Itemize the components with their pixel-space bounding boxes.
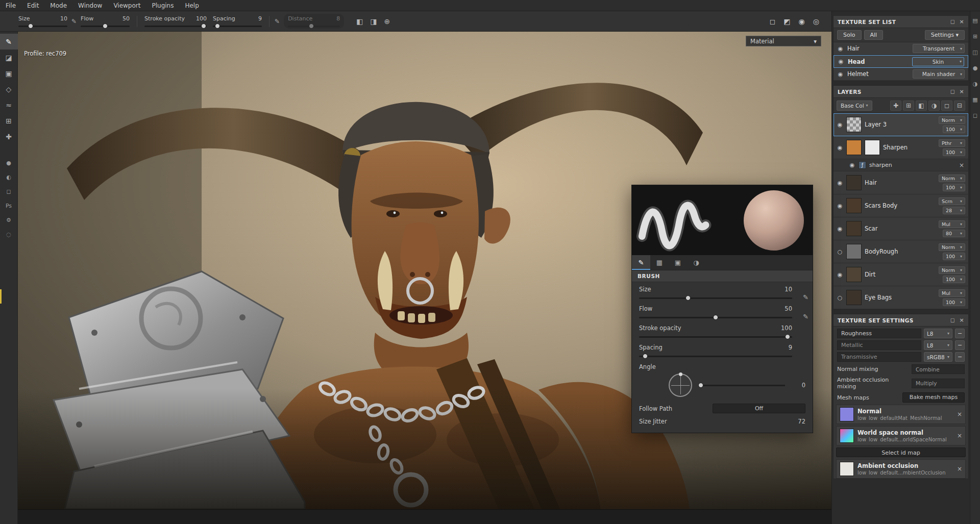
- layer-row[interactable]: ◉ Scars Body Scrn▾ 28▾: [834, 194, 968, 217]
- detach-panel-icon[interactable]: ◻: [950, 88, 955, 95]
- viewport-material-dropdown[interactable]: Material ▾: [746, 36, 821, 46]
- flow-slider[interactable]: [81, 26, 130, 27]
- add-stamp-icon[interactable]: ⊞: [903, 101, 914, 111]
- layer-row[interactable]: ○ Eye Bags Mul▾ 100▾: [834, 286, 968, 309]
- stylus-pressure-icon[interactable]: ✎: [275, 18, 280, 25]
- stylus-pressure-icon[interactable]: ✎: [803, 293, 808, 301]
- grid-panel-icon[interactable]: ▦: [972, 96, 977, 103]
- settings-plugin-icon[interactable]: ⚙: [0, 213, 18, 227]
- follow-path-toggle[interactable]: Off: [713, 404, 805, 413]
- visibility-toggle[interactable]: ◉: [838, 58, 844, 65]
- brush-size-slider[interactable]: [639, 297, 792, 299]
- layer-thumbnail[interactable]: [846, 290, 862, 305]
- brush-stroke-opacity-slider[interactable]: [639, 336, 792, 338]
- visibility-toggle[interactable]: ◉: [837, 121, 843, 128]
- brush-spacing-slider[interactable]: [639, 356, 792, 357]
- blend-mode-dropdown[interactable]: Norm▾: [939, 266, 965, 274]
- delete-layer-icon[interactable]: ⊟: [954, 101, 965, 111]
- opacity-dropdown[interactable]: 100▾: [943, 126, 965, 133]
- blend-mode-dropdown[interactable]: Norm▾: [939, 116, 965, 124]
- close-panel-icon[interactable]: ×: [959, 88, 964, 95]
- menu-mode[interactable]: Mode: [44, 0, 72, 11]
- angle-slider[interactable]: [699, 385, 785, 386]
- layer-effect-row[interactable]: ◉ ƒ sharpen ×: [834, 159, 968, 171]
- clear-map-icon[interactable]: ×: [957, 432, 962, 439]
- channel-format-dropdown[interactable]: L8▾: [924, 340, 952, 350]
- opacity-dropdown[interactable]: 100▾: [943, 298, 965, 306]
- add-folder-icon[interactable]: ◻: [941, 101, 952, 111]
- visibility-toggle[interactable]: ◉: [837, 226, 843, 232]
- shading-toggle-icon[interactable]: ◐: [0, 170, 18, 184]
- symmetry-y-icon[interactable]: ◨: [370, 17, 377, 26]
- stroke-opacity-control[interactable]: Stroke opacity100: [144, 15, 207, 27]
- brush-settings-tab-icon[interactable]: ✎: [632, 255, 650, 270]
- menu-edit[interactable]: Edit: [21, 0, 44, 11]
- shelf-panel-icon[interactable]: ▤: [972, 17, 977, 24]
- layer-thumbnail[interactable]: [846, 198, 862, 213]
- layer-row[interactable]: ◉ Hair Norm▾ 100▾: [834, 171, 968, 194]
- size-jitter-control[interactable]: Size Jitter72: [632, 414, 813, 426]
- layer-row[interactable]: ◉ Layer 3 Norm▾ 100▾: [834, 113, 968, 136]
- mesh-map-ambient-occlusion[interactable]: Ambient occlusion low_low_default...mbie…: [836, 459, 966, 479]
- blend-mode-dropdown[interactable]: Mul▾: [939, 289, 965, 297]
- menu-plugins[interactable]: Plugins: [146, 0, 179, 11]
- blend-mode-dropdown[interactable]: Pthr▾: [939, 139, 965, 147]
- properties-panel-icon[interactable]: ◻: [973, 112, 977, 119]
- capture-icon[interactable]: ◎: [813, 17, 819, 26]
- visibility-toggle[interactable]: ◉: [837, 271, 843, 278]
- add-smart-material-icon[interactable]: ◑: [928, 101, 940, 111]
- alpha-tab-icon[interactable]: ▦: [650, 255, 669, 270]
- detach-panel-icon[interactable]: ◻: [950, 317, 955, 323]
- brush-spacing-control[interactable]: Spacing9: [632, 340, 813, 360]
- paint-tool-icon[interactable]: ✎: [0, 34, 18, 49]
- opacity-dropdown[interactable]: 100▾: [943, 276, 965, 283]
- display-panel-icon[interactable]: ◻: [0, 184, 18, 198]
- spacing-control[interactable]: Spacing9: [213, 15, 262, 27]
- clear-map-icon[interactable]: ×: [957, 465, 962, 472]
- brush-angle-control[interactable]: Angle 0: [632, 360, 813, 400]
- size-control[interactable]: Size10: [18, 15, 67, 27]
- visibility-toggle[interactable]: ○: [837, 248, 843, 255]
- history-panel-icon[interactable]: ◑: [973, 81, 978, 87]
- close-panel-icon[interactable]: ×: [959, 18, 964, 25]
- layer-row[interactable]: ○ BodyRough Norm▾ 100▾: [834, 240, 968, 263]
- bake-mesh-maps-button[interactable]: Bake mesh maps: [902, 392, 965, 403]
- menu-file[interactable]: File: [0, 0, 21, 11]
- add-fill-layer-icon[interactable]: ◧: [916, 101, 927, 111]
- visibility-toggle[interactable]: ○: [837, 294, 843, 301]
- spacing-slider[interactable]: [213, 26, 262, 27]
- clear-map-icon[interactable]: ×: [957, 411, 962, 418]
- polygon-fill-tool-icon[interactable]: ◇: [0, 81, 18, 97]
- stylus-pressure-icon[interactable]: ✎: [803, 313, 808, 320]
- opacity-dropdown[interactable]: 100▾: [943, 148, 965, 156]
- assets-panel-icon[interactable]: ⊞: [973, 33, 977, 40]
- normal-mixing-field[interactable]: Combine: [912, 364, 965, 374]
- visibility-toggle[interactable]: ◉: [837, 71, 844, 78]
- detach-panel-icon[interactable]: ◻: [950, 18, 955, 25]
- all-button[interactable]: All: [864, 30, 884, 40]
- brush-flow-slider[interactable]: [639, 317, 792, 318]
- blend-mode-dropdown[interactable]: Mul▾: [939, 220, 965, 228]
- texture-set-row-head[interactable]: ◉ Head Skin▾: [834, 55, 968, 68]
- brush-stroke-opacity-control[interactable]: Stroke opacity100: [632, 321, 813, 340]
- material-mode-icon[interactable]: ◩: [783, 17, 790, 26]
- close-panel-icon[interactable]: ×: [959, 317, 964, 323]
- layer-thumbnail[interactable]: [846, 221, 862, 236]
- brush-flow-control[interactable]: Flow50 ✎: [632, 302, 813, 321]
- eraser-tool-icon[interactable]: ◪: [0, 49, 18, 65]
- shader-dropdown[interactable]: Skin▾: [912, 57, 964, 66]
- opacity-dropdown[interactable]: 28▾: [943, 207, 965, 214]
- opacity-dropdown[interactable]: 100▾: [943, 253, 965, 260]
- opacity-dropdown[interactable]: 100▾: [943, 184, 965, 191]
- select-id-map-button[interactable]: Select id map: [836, 447, 966, 457]
- menu-help[interactable]: Help: [179, 0, 204, 11]
- remove-effect-icon[interactable]: ×: [959, 162, 964, 169]
- symmetry-x-icon[interactable]: ◧: [356, 17, 363, 26]
- shader-dropdown[interactable]: Main shader▾: [913, 69, 965, 79]
- remove-channel-button[interactable]: −: [955, 340, 965, 350]
- texture-set-row-helmet[interactable]: ◉ Helmet Main shader▾: [834, 68, 968, 81]
- stencil-tab-icon[interactable]: ▣: [669, 255, 687, 270]
- projection-tool-icon[interactable]: ▣: [0, 65, 18, 81]
- size-slider[interactable]: [18, 26, 67, 27]
- shader-dropdown[interactable]: Transparent▾: [913, 44, 965, 53]
